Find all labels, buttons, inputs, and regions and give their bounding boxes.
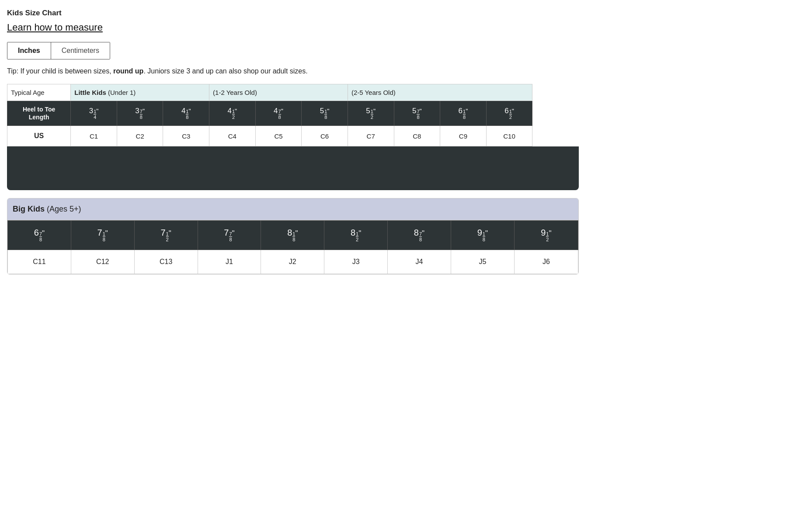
inches-button[interactable]: Inches	[7, 42, 51, 59]
big-kids-section: Big Kids (Ages 5+) 6 78" 7 18" 7 12"	[7, 198, 579, 274]
us-size-c9: C9	[440, 126, 487, 146]
us-size-c10: C10	[486, 126, 532, 146]
big-us-j3: J3	[324, 250, 388, 274]
learn-how-link[interactable]: Learn how to measure	[7, 22, 103, 33]
tip-text: Tip: If your child is between sizes, rou…	[7, 67, 579, 75]
big-heel-j4: 8 78"	[388, 221, 451, 250]
page-title: Kids Size Chart	[7, 9, 579, 17]
heel-size-c3: 4 18"	[163, 101, 209, 126]
big-heel-c13: 7 12"	[134, 221, 198, 250]
us-size-c1: C1	[71, 126, 117, 146]
us-row: US C1 C2 C3 C4 C5 C6 C7 C8 C9 C10	[7, 126, 579, 146]
big-us-c12: C12	[71, 250, 134, 274]
heel-row: Heel to ToeLength 3 14" 3 78" 4 18" 4 12…	[7, 101, 579, 126]
big-us-j1: J1	[198, 250, 261, 274]
heel-size-c6: 5 18"	[302, 101, 348, 126]
typical-age-label: Typical Age	[7, 84, 71, 101]
big-heel-j1: 7 78"	[198, 221, 261, 250]
heel-size-c5: 4 78"	[255, 101, 302, 126]
big-heel-j3: 8 12"	[324, 221, 388, 250]
big-heel-j6: 9 12"	[514, 221, 578, 250]
little-kids-section: Typical Age Little Kids (Under 1) (1-2 Y…	[7, 84, 579, 190]
little-kids-table: Typical Age Little Kids (Under 1) (1-2 Y…	[7, 84, 579, 146]
dark-filler	[7, 146, 579, 190]
big-heel-j2: 8 18"	[261, 221, 324, 250]
us-size-c2: C2	[117, 126, 163, 146]
age-group-1-2: (1-2 Years Old)	[209, 84, 348, 101]
big-kids-table: 6 78" 7 18" 7 12" 7 78" 8 18" 8 12" 8 78…	[7, 220, 578, 274]
us-label: US	[7, 126, 71, 146]
big-heel-j5: 9 18"	[451, 221, 514, 250]
us-size-c3: C3	[163, 126, 209, 146]
big-kids-header: Big Kids (Ages 5+)	[7, 198, 578, 220]
us-size-c5: C5	[255, 126, 302, 146]
us-size-c4: C4	[209, 126, 256, 146]
big-us-c11: C11	[8, 250, 71, 274]
big-us-j6: J6	[514, 250, 578, 274]
big-us-j5: J5	[451, 250, 514, 274]
big-us-j4: J4	[388, 250, 451, 274]
age-group-2-5: (2-5 Years Old)	[348, 84, 532, 101]
big-heel-c11: 6 78"	[8, 221, 71, 250]
heel-size-c4: 4 12"	[209, 101, 256, 126]
heel-size-c1: 3 14"	[71, 101, 117, 126]
big-heel-c12: 7 18"	[71, 221, 134, 250]
big-us-j2: J2	[261, 250, 324, 274]
us-size-c7: C7	[348, 126, 394, 146]
little-kids-age-group: Little Kids (Under 1)	[71, 84, 209, 101]
centimeters-button[interactable]: Centimeters	[51, 42, 110, 59]
us-size-c8: C8	[394, 126, 440, 146]
big-us-c13: C13	[134, 250, 198, 274]
heel-size-c10: 6 12"	[486, 101, 532, 126]
age-header-row: Typical Age Little Kids (Under 1) (1-2 Y…	[7, 84, 579, 101]
heel-size-c7: 5 12"	[348, 101, 394, 126]
heel-size-c8: 5 78"	[394, 101, 440, 126]
us-size-c6: C6	[302, 126, 348, 146]
unit-toggle: Inches Centimeters	[7, 42, 110, 59]
heel-label: Heel to ToeLength	[7, 101, 71, 126]
heel-size-c9: 6 18"	[440, 101, 487, 126]
big-kids-heel-row: 6 78" 7 18" 7 12" 7 78" 8 18" 8 12" 8 78…	[8, 221, 578, 250]
big-kids-us-row: C11 C12 C13 J1 J2 J3 J4 J5 J6	[8, 250, 578, 274]
heel-size-c2: 3 78"	[117, 101, 163, 126]
